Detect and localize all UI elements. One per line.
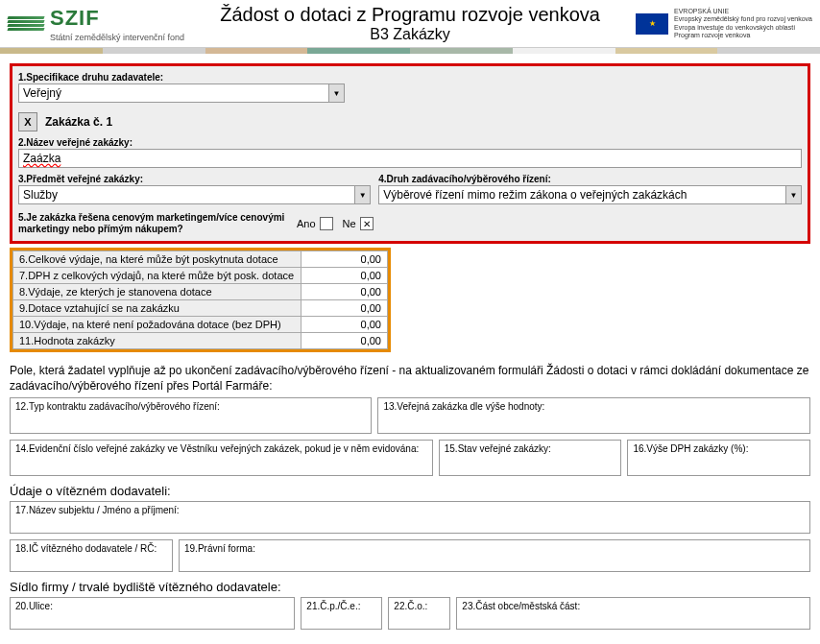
field-1-select[interactable]: Veřejný ▼ [18, 83, 345, 103]
color-bar [0, 48, 820, 54]
finance-label: 6.Celkové výdaje, na které může být posk… [13, 251, 301, 268]
finance-value[interactable]: 0,00 [301, 268, 388, 284]
section-sidlo: Sídlo firmy / trvalé bydliště vítězného … [10, 580, 810, 594]
field-2-input[interactable]: Zaázka [18, 149, 802, 168]
table-row: 10.Výdaje, na které není požadována dota… [13, 317, 388, 333]
table-row: 8.Výdaje, ze kterých je stanovena dotace… [13, 284, 388, 300]
table-row: 7.DPH z celkových výdajů, na které může … [13, 268, 388, 284]
finance-label: 9.Dotace vztahující se na zakázku [13, 300, 301, 317]
chevron-down-icon[interactable]: ▼ [354, 186, 370, 203]
field-1-label: 1.Specifikace druhu zadavatele: [18, 72, 802, 83]
finance-value[interactable]: 0,00 [301, 284, 388, 300]
field-17-box[interactable]: 17.Název subjektu / Jméno a příjmení: [10, 501, 810, 534]
finance-value[interactable]: 0,00 [301, 300, 388, 317]
field-14-box[interactable]: 14.Evidenční číslo veřejné zakázky ve Vě… [10, 440, 433, 476]
ne-label: Ne [343, 218, 356, 229]
table-row: 9.Dotace vztahující se na zakázku0,00 [13, 300, 388, 317]
finance-label: 8.Výdaje, ze kterých je stanovena dotace [13, 284, 301, 300]
field-1-value: Veřejný [19, 84, 328, 102]
eu-line3: Evropa investuje do venkovských oblastí [674, 24, 812, 32]
table-row: 6.Celkové výdaje, na které může být posk… [13, 251, 388, 268]
field-15-box[interactable]: 15.Stav veřejné zakázky: [439, 440, 622, 476]
page-subtitle: B3 Zakázky [184, 26, 636, 43]
field-2-label: 2.Název veřejné zakázky: [18, 137, 802, 148]
field-21-box[interactable]: 21.Č.p./Č.e.: [301, 597, 382, 630]
eu-block: EVROPSKÁ UNIE Evropský zemědělský fond p… [636, 8, 812, 40]
field-4-value: Výběrové řízení mimo režim zákona o veře… [379, 186, 785, 203]
page-title: Žádost o dotaci z Programu rozvoje venko… [184, 4, 636, 26]
szif-logo-text: SZIF [50, 6, 184, 31]
field-16-box[interactable]: 16.Výše DPH zakázky (%): [627, 440, 810, 476]
field-4-label: 4.Druh zadávacího/výběrového řízení: [378, 174, 802, 184]
chevron-down-icon[interactable]: ▼ [785, 186, 801, 203]
finance-label: 7.DPH z celkových výdajů, na které může … [13, 268, 301, 284]
ano-checkbox[interactable] [320, 217, 333, 230]
field-3-label: 3.Předmět veřejné zakázky: [18, 174, 371, 184]
field-23-box[interactable]: 23.Část obce/městská část: [456, 597, 810, 630]
field-18-box[interactable]: 18.IČ vítězného dodavatele / RČ: [10, 539, 173, 572]
eu-line1: EVROPSKÁ UNIE [674, 8, 812, 15]
ano-label: Ano [297, 218, 316, 229]
field-3-select[interactable]: Služby ▼ [18, 185, 371, 204]
remove-zakazka-button[interactable]: X [18, 112, 37, 131]
finance-table: 6.Celkové výdaje, na které může být posk… [12, 250, 388, 349]
field-4-select[interactable]: Výběrové řízení mimo režim zákona o veře… [378, 185, 802, 204]
finance-value[interactable]: 0,00 [301, 317, 388, 333]
szif-logo-sub: Státní zemědělský intervenční fond [50, 33, 184, 42]
finance-value[interactable]: 0,00 [301, 251, 388, 268]
section-dodavatel: Údaje o vítězném dodavateli: [10, 484, 810, 498]
szif-logo: SZIF Státní zemědělský intervenční fond [8, 6, 184, 42]
title-block: Žádost o dotaci z Programu rozvoje venko… [184, 4, 636, 43]
field-12-box[interactable]: 12.Typ kontraktu zadávacího/výběrového ř… [10, 397, 372, 434]
ne-checkbox[interactable]: ✕ [360, 217, 374, 230]
zakazka-title: Zakázka č. 1 [45, 115, 112, 129]
field-5-label: 5.Je zakázka řešena cenovým marketingem/… [18, 212, 287, 235]
post-tender-note: Pole, která žadatel vyplňuje až po ukonč… [10, 364, 810, 394]
chevron-down-icon[interactable]: ▼ [328, 84, 344, 102]
field-13-box[interactable]: 13.Veřejná zakázka dle výše hodnoty: [377, 397, 810, 434]
eu-line4: Program rozvoje venkova [674, 32, 812, 39]
field-3-value: Služby [19, 186, 354, 203]
field-19-box[interactable]: 19.Právní forma: [179, 539, 810, 572]
page-header: SZIF Státní zemědělský intervenční fond … [0, 0, 820, 48]
finance-label: 10.Výdaje, na které není požadována dota… [13, 317, 301, 333]
eu-flag-icon [636, 13, 668, 35]
field-22-box[interactable]: 22.Č.o.: [388, 597, 450, 630]
finance-value[interactable]: 0,00 [301, 333, 388, 349]
eu-line2: Evropský zemědělský fond pro rozvoj venk… [674, 15, 812, 23]
finance-highlight-box: 6.Celkové výdaje, na které může být posk… [10, 248, 391, 352]
zakazka-highlight-box: 1.Specifikace druhu zadavatele: Veřejný … [10, 63, 810, 244]
finance-label: 11.Hodnota zakázky [13, 333, 301, 349]
field-20-box[interactable]: 20.Ulice: [10, 597, 295, 630]
table-row: 11.Hodnota zakázky0,00 [13, 333, 388, 349]
